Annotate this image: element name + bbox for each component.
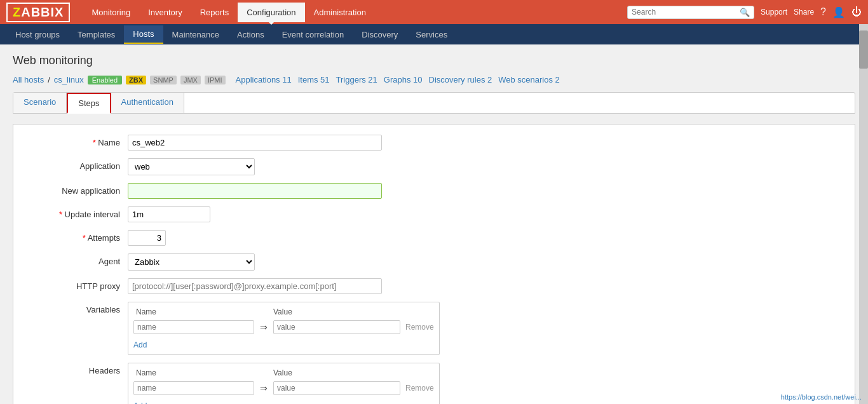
items-link[interactable]: Items 51: [298, 75, 330, 84]
footer-link: https://blog.csdn.net/wei...: [781, 393, 862, 401]
application-label: Application: [26, 158, 128, 171]
headers-label: Headers: [26, 363, 128, 375]
variables-container: Name Value ⇒ Remove Add: [128, 302, 440, 355]
nav-inventory[interactable]: Inventory: [139, 3, 191, 22]
update-interval-row: Update interval: [26, 206, 842, 222]
headers-row: Headers Name Value ⇒ Remove Add: [26, 363, 842, 404]
triggers-link[interactable]: Triggers 21: [336, 75, 377, 84]
variables-header: Name Value: [133, 307, 434, 316]
nav-monitoring[interactable]: Monitoring: [83, 3, 139, 22]
all-hosts-link[interactable]: All hosts: [13, 75, 44, 84]
variables-row: Variables Name Value ⇒ Remove Add: [26, 302, 842, 355]
breadcrumb-separator: /: [48, 75, 50, 84]
variables-name-header: Name: [133, 307, 254, 316]
tab-scenario[interactable]: Scenario: [13, 93, 67, 113]
search-box[interactable]: 🔍: [627, 6, 754, 19]
headers-header: Name Value: [133, 368, 434, 377]
http-proxy-input[interactable]: [128, 278, 382, 294]
zbx-badge: ZBX: [126, 76, 146, 84]
agent-row: Agent Zabbix: [26, 253, 842, 271]
nav-hosts[interactable]: Hosts: [124, 25, 163, 44]
nav-services[interactable]: Services: [407, 26, 456, 43]
variable-name-input[interactable]: [133, 320, 254, 334]
header-value-input[interactable]: [273, 381, 400, 395]
attempts-label: Attempts: [26, 230, 128, 243]
agent-select[interactable]: Zabbix: [128, 253, 255, 271]
application-select[interactable]: web: [128, 158, 255, 175]
page-title: Web monitoring: [13, 54, 855, 67]
nav-actions[interactable]: Actions: [228, 26, 273, 43]
ipmi-badge: IPMI: [205, 76, 226, 84]
web-scenarios-link[interactable]: Web scenarios 2: [498, 75, 560, 84]
jmx-badge: JMX: [180, 76, 201, 84]
nav-administration[interactable]: Administration: [305, 3, 375, 22]
header-remove-button[interactable]: Remove: [405, 384, 434, 393]
app-logo: ZABBIX: [6, 3, 70, 22]
http-proxy-label: HTTP proxy: [26, 278, 128, 291]
name-input[interactable]: [128, 135, 382, 151]
variables-row-1: ⇒ Remove: [133, 320, 434, 334]
applications-link[interactable]: Applications 11: [236, 75, 292, 84]
scrollbar-thumb[interactable]: [859, 30, 868, 69]
search-icon[interactable]: 🔍: [740, 8, 750, 17]
http-proxy-row: HTTP proxy: [26, 278, 842, 294]
variable-value-input[interactable]: [273, 320, 400, 334]
headers-value-header: Value: [273, 368, 400, 377]
nav-event-correlation[interactable]: Event correlation: [273, 26, 353, 43]
discovery-rules-link[interactable]: Discovery rules 2: [429, 75, 492, 84]
second-navbar: Host groups Templates Hosts Maintenance …: [0, 24, 868, 44]
header-arrow-icon: ⇒: [254, 383, 273, 393]
new-application-row: New application: [26, 183, 842, 199]
top-navbar: ZABBIX Monitoring Inventory Reports Conf…: [0, 0, 868, 24]
new-application-input[interactable]: [128, 183, 382, 199]
tab-steps[interactable]: Steps: [67, 93, 111, 114]
name-label: Name: [26, 135, 128, 147]
host-links: Applications 11 Items 51 Triggers 21 Gra…: [236, 75, 560, 84]
scrollbar[interactable]: [859, 24, 868, 404]
variable-remove-button[interactable]: Remove: [405, 323, 434, 332]
nav-reports[interactable]: Reports: [191, 3, 238, 22]
help-icon[interactable]: ?: [820, 6, 826, 18]
agent-label: Agent: [26, 253, 128, 266]
headers-add-link[interactable]: Add: [133, 401, 147, 404]
tab-authentication[interactable]: Authentication: [111, 93, 184, 113]
update-interval-label: Update interval: [26, 206, 128, 219]
new-application-label: New application: [26, 183, 128, 196]
page-content: Web monitoring All hosts / cs_linux Enab…: [0, 44, 868, 404]
attempts-row: Attempts: [26, 230, 842, 246]
nav-maintenance[interactable]: Maintenance: [163, 26, 228, 43]
headers-container: Name Value ⇒ Remove Add: [128, 363, 440, 404]
graphs-link[interactable]: Graphs 10: [384, 75, 423, 84]
logo-text: ZABBIX: [13, 5, 64, 19]
form-tabs: Scenario Steps Authentication: [13, 92, 855, 114]
header-name-input[interactable]: [133, 381, 254, 395]
top-nav-items: Monitoring Inventory Reports Configurati…: [83, 3, 627, 22]
host-info: All hosts / cs_linux Enabled ZBX SNMP JM…: [13, 75, 855, 84]
host-name-link[interactable]: cs_linux: [54, 75, 84, 84]
form-container: Name Application web New application Upd…: [13, 124, 855, 404]
enabled-badge: Enabled: [88, 76, 122, 84]
snmp-badge: SNMP: [150, 76, 177, 84]
variables-add-link[interactable]: Add: [133, 340, 147, 349]
attempts-input[interactable]: [128, 230, 166, 246]
support-link[interactable]: Support: [761, 8, 787, 17]
nav-templates[interactable]: Templates: [69, 26, 124, 43]
nav-configuration[interactable]: Configuration: [238, 3, 304, 22]
application-row: Application web: [26, 158, 842, 175]
nav-discovery[interactable]: Discovery: [353, 26, 407, 43]
search-input[interactable]: [632, 8, 740, 17]
top-nav-right: 🔍 Support Share ? 👤 ⏻: [627, 6, 862, 19]
power-icon[interactable]: ⏻: [851, 6, 862, 18]
headers-name-header: Name: [133, 368, 254, 377]
nav-host-groups[interactable]: Host groups: [6, 26, 69, 43]
share-link[interactable]: Share: [794, 8, 814, 17]
user-icon[interactable]: 👤: [832, 6, 845, 18]
update-interval-input[interactable]: [128, 206, 210, 222]
headers-row-1: ⇒ Remove: [133, 381, 434, 395]
variables-label: Variables: [26, 302, 128, 314]
variable-arrow-icon: ⇒: [254, 322, 273, 332]
variables-value-header: Value: [273, 307, 400, 316]
name-row: Name: [26, 135, 842, 151]
